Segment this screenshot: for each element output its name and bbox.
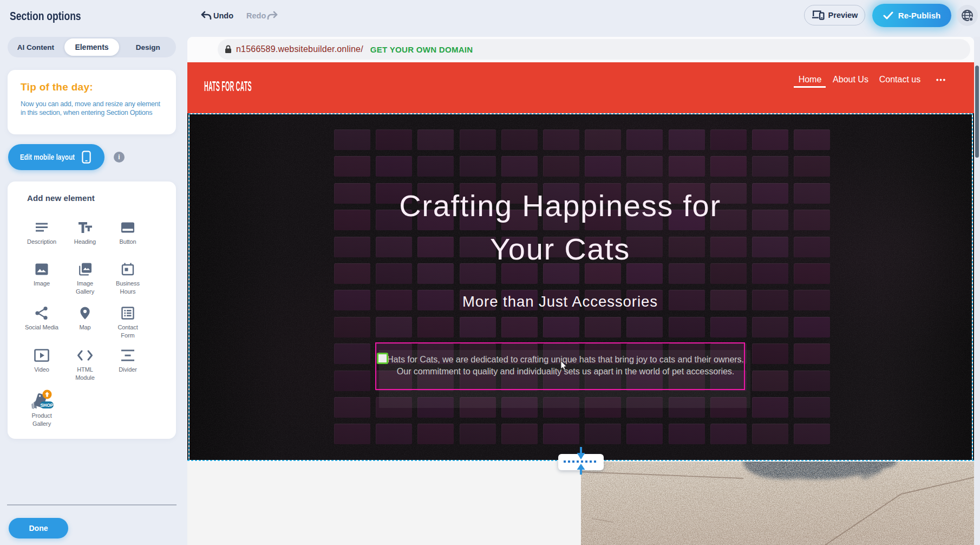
svg-text:SHOP: SHOP: [40, 403, 53, 408]
